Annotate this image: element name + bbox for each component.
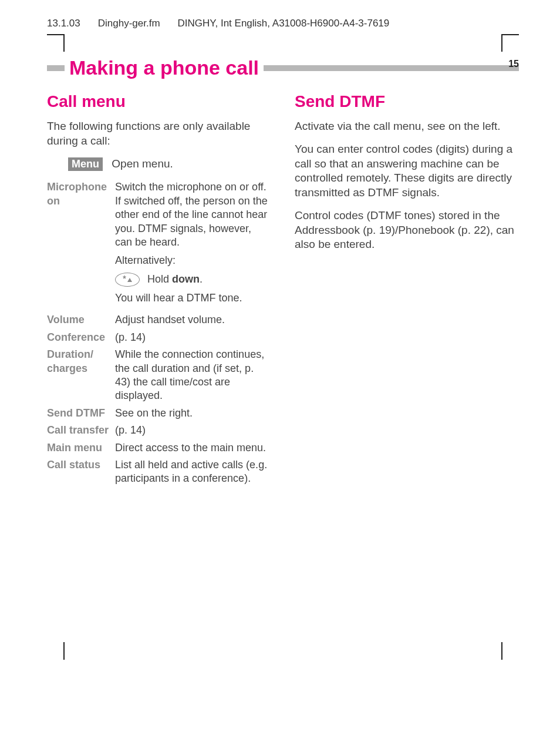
menu-desc: (p. 14): [115, 331, 271, 344]
star-key-icon: *: [115, 273, 140, 287]
menu-desc: While the connection continues, the call…: [115, 348, 271, 403]
crop-marks-top: [47, 34, 519, 52]
menu-row-duration: Duration/ charges While the connection c…: [47, 348, 271, 403]
hold-down-row: * Hold down.: [115, 273, 271, 287]
menu-row-microphone: Microphone on Switch the microphone on o…: [47, 180, 271, 310]
menu-label: Send DTMF: [47, 407, 115, 420]
menu-row-main-menu: Main menu Direct access to the main menu…: [47, 441, 271, 455]
dtmf-p2: You can enter control codes (digits) dur…: [295, 142, 519, 200]
microphone-alt: Alternatively:: [115, 254, 271, 267]
menu-row-conference: Conference (p. 14): [47, 331, 271, 344]
right-column: Send DTMF Activate via the call menu, se…: [295, 91, 519, 489]
crop-marks-bottom: [47, 642, 519, 660]
menu-desc: Adjust handset volume.: [115, 313, 271, 327]
menu-label: Main menu: [47, 441, 115, 455]
dtmf-p3: Control codes (DTMF tones) stored in the…: [295, 209, 519, 252]
columns: Call menu The following functions are on…: [47, 91, 519, 489]
menu-desc: List all held and active calls (e.g. par…: [115, 458, 271, 486]
hold-pre: Hold: [147, 273, 172, 285]
section-heading-send-dtmf: Send DTMF: [295, 91, 519, 112]
header-file: Dinghy-ger.fm: [98, 18, 160, 29]
header-doc: DINGHY, Int English, A31008-H6900-A4-3-7…: [178, 18, 390, 29]
menu-label: Call status: [47, 458, 115, 472]
menu-row-call-status: Call status List all held and active cal…: [47, 458, 271, 486]
hold-post: .: [200, 273, 203, 285]
page-number: 15: [508, 59, 519, 69]
page-title: Making a phone call: [69, 56, 259, 79]
menu-row-send-dtmf: Send DTMF See on the right.: [47, 407, 271, 420]
menu-table: Microphone on Switch the microphone on o…: [47, 180, 271, 485]
open-menu-line: Menu Open menu.: [47, 157, 271, 172]
dtmf-tone-note: You will hear a DTMF tone.: [115, 291, 271, 305]
menu-label: Call transfer: [47, 424, 115, 437]
title-row: Making a phone call 15: [47, 56, 519, 79]
section-heading-call-menu: Call menu: [47, 91, 271, 112]
menu-row-call-transfer: Call transfer (p. 14): [47, 424, 271, 437]
hold-bold: down: [172, 273, 200, 285]
menu-desc: (p. 14): [115, 424, 271, 437]
running-header: 13.1.03 Dinghy-ger.fm DINGHY, Int Englis…: [47, 18, 519, 29]
page: 13.1.03 Dinghy-ger.fm DINGHY, Int Englis…: [0, 0, 560, 660]
menu-desc: Direct access to the main menu.: [115, 441, 271, 455]
menu-label: Conference: [47, 331, 115, 344]
dtmf-p1: Activate via the call menu, see on the l…: [295, 119, 519, 134]
menu-label: Duration/ charges: [47, 348, 115, 375]
header-date: 13.1.03: [47, 18, 80, 29]
menu-softkey: Menu: [68, 157, 103, 171]
menu-row-volume: Volume Adjust handset volume.: [47, 313, 271, 327]
open-menu-text: Open menu.: [112, 157, 173, 170]
menu-desc: Switch the microphone on or off. If swit…: [115, 180, 271, 310]
menu-label: Volume: [47, 313, 115, 327]
microphone-desc: Switch the microphone on or off. If swit…: [115, 180, 271, 249]
menu-label: Microphone on: [47, 180, 115, 208]
call-menu-intro: The following functions are only availab…: [47, 119, 271, 148]
menu-desc: See on the right.: [115, 407, 271, 420]
left-column: Call menu The following functions are on…: [47, 91, 271, 489]
